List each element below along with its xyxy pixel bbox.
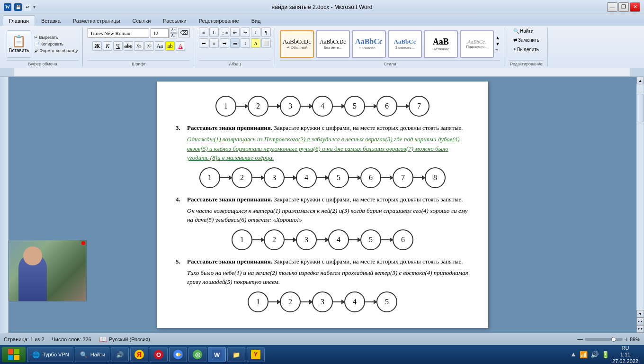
taskbar-word[interactable]: W [208,347,226,362]
bold-button[interactable]: Ж [92,41,102,51]
tab-view[interactable]: Вид [245,15,267,26]
circle-3[interactable]: 3 [280,96,301,117]
style-no-spacing[interactable]: AaBbCcDc Без инте... [316,30,350,58]
copy-button[interactable]: 📄 Копировать [33,41,79,47]
tab-insert[interactable]: Вставка [35,15,67,26]
scroll-down-button[interactable]: ▼ [636,310,644,318]
strikethrough-button[interactable]: abc [124,41,133,51]
tray-arrow[interactable]: ▲ [570,351,577,358]
border-button[interactable]: ⬜ [261,38,271,48]
tray-battery-icon[interactable]: 🔋 [601,351,609,359]
style-normal[interactable]: AaBbCcDc ↵ Обычный [280,30,314,58]
tab-references[interactable]: Ссылки [126,15,157,26]
styles-scroll-down[interactable]: ▼ [495,41,500,46]
align-left-button[interactable]: ⬅ [199,38,208,48]
t3-circle-1[interactable]: 1 [199,167,220,188]
circle-5[interactable]: 5 [344,96,365,117]
minimize-button[interactable]: — [607,2,617,12]
line-spacing-button[interactable]: ↕ [241,38,250,48]
taskbar-plus[interactable]: ⊕ [188,347,206,362]
underline-button[interactable]: Ч [113,41,123,51]
tab-review[interactable]: Рецензирование [193,15,245,26]
numbering-button[interactable]: 1. [209,27,219,37]
t4-circle-4[interactable]: 4 [328,229,349,250]
t3-circle-3[interactable]: 3 [264,167,285,188]
font-grow-button[interactable]: A↑ [170,27,177,33]
text-color-button[interactable]: А [176,41,185,51]
sort-button[interactable]: ↕ [251,27,260,37]
close-button[interactable]: ✕ [630,2,640,12]
t5-circle-1[interactable]: 1 [248,291,268,312]
format-painter-button[interactable]: 🖌 Формат по образцу [33,48,79,54]
circle-7[interactable]: 7 [409,96,429,117]
subscript-button[interactable]: X₂ [134,41,143,51]
start-button[interactable] [2,347,26,362]
style-title[interactable]: АаВ Название [424,30,458,58]
scroll-page-up-button[interactable]: ▲▲ [636,318,644,325]
circle-1[interactable]: 1 [215,96,236,117]
t5-circle-4[interactable]: 4 [344,291,365,312]
taskbar-yandex2[interactable]: Y [247,347,265,362]
find-button[interactable]: 🔍 Найти [511,27,536,35]
circle-6[interactable]: 6 [376,96,397,117]
t3-circle-5[interactable]: 5 [328,167,349,188]
circle-2[interactable]: 2 [248,96,268,117]
clear-format-button[interactable]: ⌫ [178,28,190,37]
increase-indent-button[interactable]: ⇥ [241,27,250,37]
t4-circle-2[interactable]: 2 [264,229,285,250]
quick-save-icon[interactable]: 💾 [14,3,22,11]
scroll-thumb[interactable] [637,94,644,122]
zoom-out-button[interactable]: — [577,336,583,343]
zoom-thumb[interactable] [611,337,616,342]
select-button[interactable]: ⌖ Выделить [511,46,541,53]
highlight-button[interactable]: ab [165,41,175,51]
paste-button[interactable]: 📋 Вставить [7,30,31,58]
style-heading2[interactable]: AaBbCc Заголово... [388,30,422,58]
t4-circle-6[interactable]: 6 [393,229,413,250]
taskbar-explorer[interactable]: 📁 [227,347,245,362]
tray-volume-icon[interactable]: 🔊 [590,351,599,359]
scroll-page-down-button[interactable]: ▼▼ [636,325,644,333]
t3-circle-4[interactable]: 4 [296,167,317,188]
zoom-in-button[interactable]: + [625,336,628,343]
t4-circle-1[interactable]: 1 [232,229,252,250]
t3-circle-6[interactable]: 6 [360,167,381,188]
t5-circle-2[interactable]: 2 [280,291,301,312]
taskbar-yandex-browser[interactable]: Я [130,347,148,362]
style-subtitle[interactable]: AaBbCc. Подзаголо... [460,30,494,58]
taskbar-vpn[interactable]: 🌐 Турбо VPN [27,347,73,362]
t4-circle-5[interactable]: 5 [360,229,381,250]
taskbar-chrome[interactable] [169,347,187,362]
taskbar-sound[interactable]: 🔊 [111,347,129,362]
undo-icon[interactable]: ↩ [24,3,31,11]
tray-network-icon[interactable]: 📶 [580,351,588,359]
bullets-button[interactable]: ≡ [199,27,208,37]
font-name-selector[interactable]: Times New Roman [88,28,149,38]
restore-button[interactable]: ❐ [618,2,629,12]
text-case-button[interactable]: Аа [155,41,164,51]
align-center-button[interactable]: ≡ [209,38,219,48]
t5-circle-5[interactable]: 5 [376,291,397,312]
tab-home[interactable]: Главная [3,15,35,26]
replace-button[interactable]: ⇄ Заменить [511,36,541,44]
taskbar-opera[interactable]: O [150,347,168,362]
justify-button[interactable]: ☰ [230,38,240,48]
t3-circle-8[interactable]: 8 [425,167,446,188]
shading-button[interactable]: A [251,38,260,48]
scroll-up-button[interactable]: ▲ [636,77,644,84]
system-clock[interactable]: RU 1:11 27.02.2022 [612,345,638,364]
decrease-indent-button[interactable]: ⇤ [230,27,240,37]
t5-circle-3[interactable]: 3 [312,291,333,312]
tab-mailings[interactable]: Рассылки [157,15,192,26]
multilevel-list-button[interactable]: ⋮≡ [220,27,229,37]
undo-dropdown[interactable]: ▾ [33,4,36,9]
t3-circle-7[interactable]: 7 [393,167,413,188]
circle-4[interactable]: 4 [312,96,333,117]
styles-scroll-up[interactable]: ▲ [495,35,500,40]
align-right-button[interactable]: ➡ [220,38,229,48]
t4-circle-3[interactable]: 3 [296,229,317,250]
cut-button[interactable]: ✂ Вырезать [33,35,79,40]
superscript-button[interactable]: X² [144,41,154,51]
font-size-selector[interactable]: 12 [151,28,169,38]
font-shrink-button[interactable]: A↓ [170,33,177,38]
